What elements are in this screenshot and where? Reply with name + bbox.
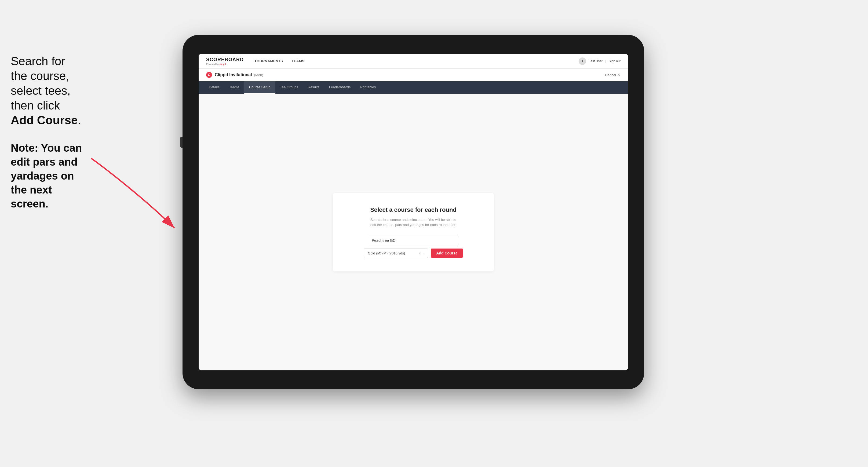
tab-tee-groups[interactable]: Tee Groups (275, 81, 303, 94)
tab-details[interactable]: Details (204, 81, 224, 94)
logo-sub: Powered by clippd (206, 63, 244, 65)
annotation-arrow (83, 150, 191, 244)
tournament-name: Clippd Invitational (215, 72, 252, 77)
tab-course-setup[interactable]: Course Setup (244, 81, 275, 94)
card-description: Search for a course and select a tee. Yo… (368, 217, 459, 227)
user-area: T Test User | Sign out (579, 57, 621, 65)
tournament-icon: C (206, 72, 212, 78)
logo-title: SCOREBOARD (206, 57, 244, 63)
cancel-button[interactable]: Cancel ✕ (605, 72, 621, 77)
tournament-type: (Men) (254, 73, 263, 77)
tablet-device: SCOREBOARD Powered by clippd TOURNAMENTS… (183, 35, 644, 389)
nav-links: TOURNAMENTS TEAMS (254, 58, 579, 64)
tab-results[interactable]: Results (303, 81, 324, 94)
tab-leaderboards[interactable]: Leaderboards (324, 81, 355, 94)
sign-out-link[interactable]: Sign out (609, 59, 621, 63)
tab-bar: Details Teams Course Setup Tee Groups Re… (198, 81, 628, 94)
top-navigation: SCOREBOARD Powered by clippd TOURNAMENTS… (198, 54, 628, 69)
nav-teams[interactable]: TEAMS (291, 58, 304, 64)
instruction-note: Note: You can edit pars and yardages on … (11, 141, 83, 211)
card-title: Select a course for each round (354, 207, 472, 213)
clear-tee-button[interactable]: × (418, 251, 421, 255)
instruction-main: Search for the course, select tees, then… (11, 54, 83, 127)
separator: | (605, 59, 606, 63)
tee-select-wrapper: Gold (M) (M) (7010 yds) × (364, 249, 428, 258)
logo-area: SCOREBOARD Powered by clippd (206, 57, 244, 65)
main-content: Select a course for each round Search fo… (198, 94, 628, 370)
cancel-label: Cancel (605, 73, 616, 77)
course-selection-card: Select a course for each round Search fo… (333, 193, 494, 271)
user-avatar: T (579, 57, 586, 65)
left-instructions: Search for the course, select tees, then… (11, 54, 83, 211)
add-course-button[interactable]: Add Course (431, 249, 463, 258)
tablet-screen: SCOREBOARD Powered by clippd TOURNAMENTS… (198, 54, 628, 370)
tab-printables[interactable]: Printables (355, 81, 380, 94)
user-name: Test User (589, 59, 602, 63)
nav-tournaments[interactable]: TOURNAMENTS (254, 58, 283, 64)
tee-row: Gold (M) (M) (7010 yds) × Add Course (354, 249, 472, 258)
cancel-icon: ✕ (617, 72, 621, 77)
tournament-header: C Clippd Invitational (Men) Cancel ✕ (198, 69, 628, 81)
course-search-input[interactable] (368, 236, 459, 245)
tab-teams[interactable]: Teams (224, 81, 244, 94)
